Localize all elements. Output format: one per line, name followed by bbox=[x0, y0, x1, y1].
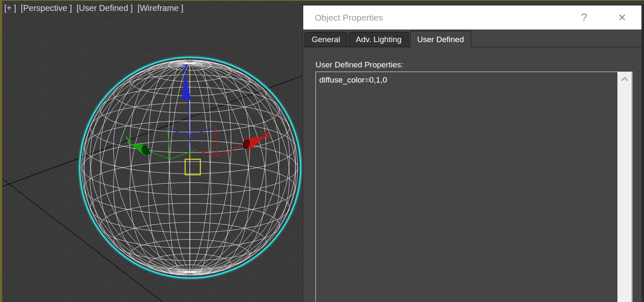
user-defined-properties-input[interactable]: diffuse_color=0,1,0 bbox=[315, 72, 633, 302]
viewport-camera-menu[interactable]: [User Defined ] bbox=[77, 3, 133, 13]
tab-user-defined[interactable]: User Defined bbox=[410, 31, 471, 48]
tab-general[interactable]: General bbox=[304, 32, 348, 47]
active-viewport-border-top bbox=[0, 0, 644, 1]
active-viewport-border-left bbox=[0, 0, 2, 302]
dialog-right-edge bbox=[641, 5, 644, 302]
user-defined-properties-label: User Defined Properties: bbox=[315, 60, 403, 69]
dialog-title: Object Properties bbox=[315, 13, 383, 23]
move-gizmo[interactable]: ZYX bbox=[125, 63, 270, 175]
viewport-general-menu[interactable]: [+ ] bbox=[4, 3, 16, 13]
svg-text:Z: Z bbox=[182, 63, 188, 74]
close-icon[interactable]: ✕ bbox=[612, 5, 632, 29]
selection-outline bbox=[79, 57, 301, 278]
scroll-up-icon[interactable] bbox=[621, 77, 628, 84]
properties-scrollbar[interactable] bbox=[617, 72, 632, 302]
dialog-tabbar: General Adv. Lighting User Defined bbox=[304, 31, 472, 47]
viewport-pov-menu[interactable]: [Perspective ] bbox=[21, 3, 72, 13]
object-properties-dialog: Object Properties ? ✕ General Adv. Light… bbox=[302, 4, 644, 302]
move-gizmo-y-axis[interactable]: Y bbox=[125, 128, 196, 159]
svg-text:X: X bbox=[263, 130, 270, 141]
svg-text:Y: Y bbox=[125, 135, 132, 146]
max-viewport-window: ZYX [+ ] [Perspective ] [User Defined ] … bbox=[0, 0, 644, 302]
tab-adv-lighting[interactable]: Adv. Lighting bbox=[349, 32, 409, 47]
help-button[interactable]: ? bbox=[574, 5, 594, 29]
viewport-label-bar: [+ ] [Perspective ] [User Defined ] [Wir… bbox=[4, 3, 183, 13]
viewport-shading-menu[interactable]: [Wireframe ] bbox=[137, 3, 183, 13]
